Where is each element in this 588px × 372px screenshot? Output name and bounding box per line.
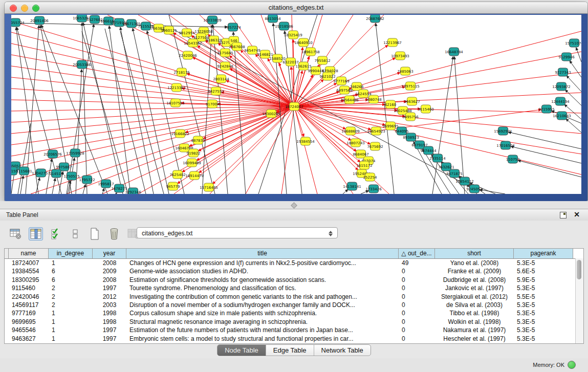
graph-node-label: 8684067: [353, 152, 368, 157]
window-titlebar[interactable]: citations_edges.txt: [5, 2, 587, 14]
column-header-title[interactable]: title: [126, 249, 399, 258]
graph-node[interactable]: 7485063: [397, 67, 413, 75]
vertical-scrollbar[interactable]: [575, 258, 583, 343]
table-row[interactable]: 946554611997Estimation of the future num…: [5, 326, 583, 334]
row-height-icon[interactable]: [69, 228, 82, 240]
graph-node[interactable]: 252254: [363, 173, 377, 181]
graph-node[interactable]: 18640910: [294, 38, 313, 47]
splitter-handle-icon[interactable]: [291, 202, 297, 209]
table-row[interactable]: 969969511998Structural magnetic resonanc…: [5, 318, 583, 326]
graph-node[interactable]: 19166822: [171, 129, 189, 138]
graph-node[interactable]: 3175685: [217, 49, 233, 57]
graph-node[interactable]: 9129946: [558, 53, 575, 61]
graph-node[interactable]: 19218586: [275, 22, 293, 30]
network-canvas[interactable]: 1405572420891406106532671527602696616010…: [11, 15, 581, 194]
graph-node[interactable]: 62160: [385, 100, 396, 108]
graph-node[interactable]: 15692971: [494, 127, 512, 135]
graph-node[interactable]: 9463627: [404, 97, 420, 105]
graph-node-label: 18325419: [284, 33, 302, 37]
column-header-name[interactable]: name: [9, 249, 49, 258]
column-header-pagerank[interactable]: pagerank: [514, 249, 573, 258]
graph-node[interactable]: 14055724: [11, 18, 25, 27]
close-panel-icon[interactable]: ✕: [574, 210, 580, 218]
graph-node[interactable]: 16099489: [183, 159, 201, 167]
table-select-combobox[interactable]: citations_edges.txt: [137, 227, 338, 238]
graph-node[interactable]: 114519: [50, 169, 63, 178]
delete-table-icon[interactable]: [107, 228, 121, 240]
graph-node[interactable]: 16033809: [203, 16, 222, 24]
table-settings-icon[interactable]: [9, 228, 23, 240]
table-row[interactable]: 911546021997Tourette syndrome. Phenomeno…: [5, 284, 583, 292]
graph-node[interactable]: 9912954: [179, 29, 195, 37]
graph-node[interactable]: 8215955: [538, 105, 554, 113]
graph-node[interactable]: 16648784: [445, 48, 463, 56]
graph-edge: [576, 48, 581, 62]
graph-node[interactable]: 1733426: [365, 185, 382, 193]
table-row[interactable]: 1456911722003Disruption of a novel membe…: [5, 301, 583, 309]
graph-node[interactable]: 20053346: [73, 60, 91, 69]
graph-edge: [46, 159, 52, 194]
graph-node-label: 12975115: [401, 84, 420, 89]
graph-node[interactable]: 12444194: [551, 97, 570, 105]
graph-node[interactable]: 7857224: [225, 23, 241, 31]
tab-edge-table[interactable]: Edge Table: [266, 345, 314, 356]
graph-node[interactable]: 2803144: [213, 75, 229, 83]
graph-node[interactable]: 1292346: [125, 188, 141, 194]
graph-node[interactable]: 18325419: [284, 31, 302, 39]
graph-node[interactable]: 945779: [166, 182, 180, 190]
table-row[interactable]: 946362711997Embryonic stem cells: a mode…: [5, 335, 583, 343]
graph-node-label: 16648784: [445, 50, 463, 54]
graph-node[interactable]: 14138141: [343, 182, 361, 190]
graph-node[interactable]: 919822: [187, 149, 201, 157]
combobox-spinner-icon[interactable]: [328, 229, 333, 237]
table-row[interactable]: 1938455462009Genome-wide association stu…: [5, 267, 583, 275]
graph-node[interactable]: 17359928: [66, 149, 84, 157]
select-rows-icon[interactable]: [49, 228, 62, 240]
graph-node[interactable]: 18107554: [166, 99, 185, 107]
column-header-in_degree[interactable]: in_degree: [49, 249, 93, 258]
graph-node[interactable]: 917004: [206, 100, 220, 108]
float-panel-icon[interactable]: [560, 212, 567, 218]
graph-node[interactable]: 10854112: [455, 177, 474, 185]
graph-node[interactable]: 12213967: [383, 38, 402, 47]
graph-node[interactable]: 12042757: [32, 169, 50, 177]
graph-node[interactable]: 110753: [506, 155, 520, 163]
graph-node[interactable]: 20887682: [366, 15, 384, 23]
column-header-out_de[interactable]: △ out_de...: [399, 249, 435, 258]
tab-network-table[interactable]: Network Table: [314, 345, 371, 356]
graph-node[interactable]: 7675692: [367, 142, 383, 150]
column-header-short[interactable]: short: [435, 249, 514, 258]
new-table-icon[interactable]: [88, 228, 101, 240]
graph-node[interactable]: 887833: [191, 136, 205, 144]
table-row[interactable]: 977716911998Corpus callosum shape and si…: [5, 309, 583, 317]
panel-splitter[interactable]: [0, 201, 588, 209]
graph-node[interactable]: 12093872: [552, 82, 571, 91]
graph-node[interactable]: 19384554: [296, 137, 315, 145]
table-row[interactable]: 1830029562008Estimation of significance …: [5, 276, 583, 284]
table-select-value: citations_edges.txt: [142, 230, 192, 237]
graph-node[interactable]: 1250515: [63, 172, 79, 180]
graph-node[interactable]: 10688609: [341, 127, 360, 135]
graph-node[interactable]: 7955812: [314, 56, 330, 64]
memory-status-indicator[interactable]: [568, 361, 576, 369]
table-cell: 0: [399, 284, 435, 292]
graph-node[interactable]: 2718176: [173, 68, 190, 76]
table-row[interactable]: 1872400712008Changes of HCN gene express…: [5, 259, 583, 267]
scrollbar-thumb[interactable]: [577, 260, 581, 279]
graph-node[interactable]: 8813054: [265, 15, 281, 23]
column-header-year[interactable]: year: [93, 249, 126, 258]
show-columns-icon[interactable]: [29, 227, 43, 240]
graph-node[interactable]: 9115460: [418, 105, 433, 113]
table-panel-title: Table Panel: [6, 211, 38, 218]
graph-node[interactable]: 15751074: [565, 39, 581, 47]
tab-node-table[interactable]: Node Table: [217, 345, 266, 356]
table-panel-body: f(x) citations_edges.txt namein_degreeye…: [0, 221, 588, 358]
graph-node-label: 14138141: [343, 185, 361, 189]
table-cell: 5.3E-5: [514, 309, 573, 317]
graph-node[interactable]: 1795722: [79, 176, 95, 184]
graph-node[interactable]: 16914479: [185, 171, 204, 180]
table-cell: 9465546: [9, 326, 49, 334]
table-row[interactable]: 2242004622012Investigating the contribut…: [5, 293, 583, 301]
graph-node[interactable]: 8427552: [208, 87, 224, 95]
graph-node-label: 1733426: [365, 187, 382, 191]
